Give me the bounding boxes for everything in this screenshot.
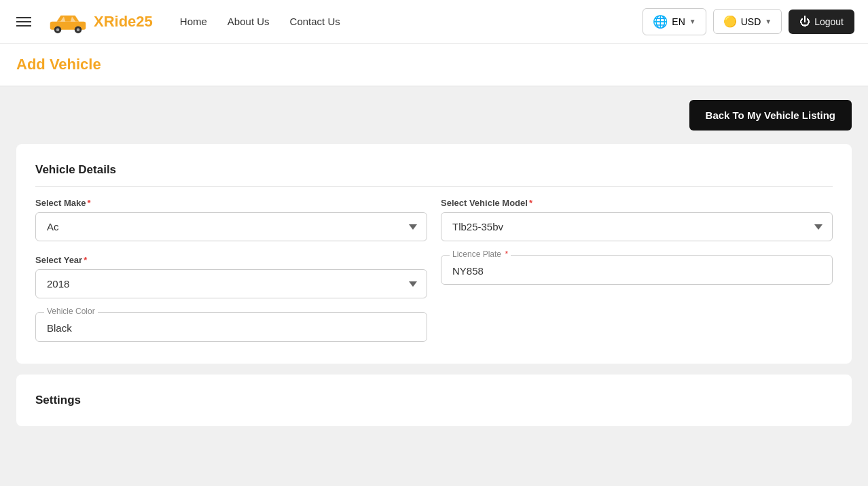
select-make-group: Select Make* Ac bbox=[35, 198, 427, 241]
svg-point-2 bbox=[56, 28, 60, 31]
color-row: Vehicle Color bbox=[35, 312, 833, 342]
licence-plate-label: Licence Plate * bbox=[450, 249, 511, 259]
settings-card: Settings bbox=[16, 375, 852, 426]
language-selector[interactable]: 🌐 EN ▼ bbox=[643, 8, 706, 35]
model-required-star: * bbox=[529, 198, 532, 208]
select-year-group: Select Year* 2018 bbox=[35, 255, 427, 298]
make-required-star: * bbox=[87, 198, 90, 208]
year-plate-row: Select Year* 2018 Licence Plate * bbox=[35, 255, 833, 298]
logout-label: Logout bbox=[814, 16, 844, 27]
select-model-label: Select Vehicle Model* bbox=[441, 198, 833, 208]
main-nav: Home About Us Contact Us bbox=[180, 16, 340, 27]
year-required-star: * bbox=[84, 255, 87, 265]
page-header: Add Vehicle bbox=[0, 44, 868, 86]
select-model-input[interactable]: Tlb25-35bv bbox=[441, 212, 833, 241]
vehicle-details-title: Vehicle Details bbox=[35, 163, 833, 187]
nav-contact[interactable]: Contact Us bbox=[290, 16, 340, 27]
navbar-right: 🌐 EN ▼ 🟡 USD ▼ ⏻ Logout bbox=[643, 8, 854, 35]
back-btn-row: Back To My Vehicle Listing bbox=[16, 100, 852, 131]
licence-plate-group: Licence Plate * bbox=[441, 255, 833, 298]
vehicle-color-label: Vehicle Color bbox=[44, 307, 98, 316]
vehicle-color-input[interactable] bbox=[47, 322, 416, 334]
vehicle-details-card: Vehicle Details Select Make* Ac Select V… bbox=[16, 144, 852, 364]
vehicle-color-group: Vehicle Color bbox=[35, 312, 427, 342]
select-make-input[interactable]: Ac bbox=[35, 212, 427, 241]
currency-flag-icon: 🟡 bbox=[723, 15, 737, 28]
select-model-group: Select Vehicle Model* Tlb25-35bv bbox=[441, 198, 833, 241]
power-icon: ⏻ bbox=[799, 16, 810, 28]
currency-chevron-icon: ▼ bbox=[765, 18, 772, 25]
licence-plate-input[interactable] bbox=[452, 265, 821, 277]
plate-required-star: * bbox=[505, 249, 508, 259]
logo-text: XRide25 bbox=[94, 13, 153, 31]
language-label: EN bbox=[672, 16, 685, 27]
page-title: Add Vehicle bbox=[16, 56, 852, 86]
main-content: Back To My Vehicle Listing Vehicle Detai… bbox=[0, 86, 868, 486]
select-year-input[interactable]: 2018 bbox=[35, 269, 427, 298]
logo-link[interactable]: XRide25 bbox=[48, 10, 153, 34]
svg-point-4 bbox=[77, 28, 80, 31]
currency-selector[interactable]: 🟡 USD ▼ bbox=[713, 9, 782, 34]
select-make-label: Select Make* bbox=[35, 198, 427, 208]
navbar-left: XRide25 Home About Us Contact Us bbox=[14, 10, 340, 34]
logo-car-icon bbox=[48, 10, 88, 34]
settings-title: Settings bbox=[35, 394, 833, 407]
currency-label: USD bbox=[741, 16, 761, 27]
hamburger-menu[interactable] bbox=[14, 14, 34, 29]
make-model-row: Select Make* Ac Select Vehicle Model* Tl… bbox=[35, 198, 833, 241]
language-chevron-icon: ▼ bbox=[689, 18, 696, 25]
nav-about[interactable]: About Us bbox=[228, 16, 270, 27]
licence-plate-field: Licence Plate * bbox=[441, 255, 833, 285]
vehicle-color-field: Vehicle Color bbox=[35, 312, 427, 342]
globe-icon: 🌐 bbox=[653, 14, 668, 29]
back-to-listing-button[interactable]: Back To My Vehicle Listing bbox=[689, 100, 852, 131]
nav-home[interactable]: Home bbox=[180, 16, 207, 27]
logout-button[interactable]: ⏻ Logout bbox=[789, 10, 854, 34]
navbar: XRide25 Home About Us Contact Us 🌐 EN ▼ … bbox=[0, 0, 868, 44]
select-year-label: Select Year* bbox=[35, 255, 427, 265]
